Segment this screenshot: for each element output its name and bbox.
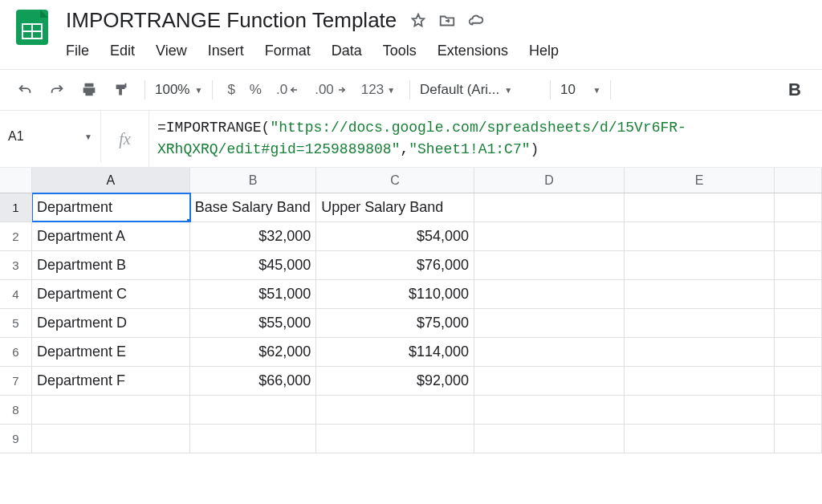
cell[interactable]: Department C xyxy=(32,280,190,308)
cell[interactable]: Department B xyxy=(32,251,190,279)
cell[interactable] xyxy=(775,425,822,453)
cell[interactable]: $114,000 xyxy=(316,338,474,366)
cell[interactable]: $76,000 xyxy=(316,251,474,279)
column-header[interactable]: E xyxy=(625,168,775,193)
spreadsheet-grid[interactable]: 1 2 3 4 5 6 7 8 9 A B C D E DepartmentBa… xyxy=(0,168,822,453)
doc-title[interactable]: IMPORTRANGE Function Template xyxy=(64,6,398,35)
cell[interactable]: $110,000 xyxy=(316,280,474,308)
menu-data[interactable]: Data xyxy=(330,39,364,63)
row-header[interactable]: 1 xyxy=(0,193,32,222)
format-currency-button[interactable]: $ xyxy=(222,79,239,101)
row-header[interactable]: 2 xyxy=(0,222,32,251)
star-icon[interactable] xyxy=(409,12,427,30)
cell[interactable]: Department D xyxy=(32,309,190,337)
name-box[interactable]: A1▼ xyxy=(0,111,101,162)
cell[interactable] xyxy=(625,193,775,222)
row-header[interactable]: 8 xyxy=(0,396,32,425)
cell[interactable] xyxy=(775,251,822,279)
toolbar: 100%▼ $ % .0 .00 123▼ Default (Ari...▼ 1… xyxy=(0,70,822,110)
cell[interactable] xyxy=(474,367,625,395)
row-header[interactable]: 5 xyxy=(0,309,32,338)
menu-help[interactable]: Help xyxy=(527,39,560,63)
font-size-select[interactable]: 10 ▼ xyxy=(560,82,600,98)
cell[interactable] xyxy=(775,396,822,424)
menu-view[interactable]: View xyxy=(154,39,189,63)
font-family-select[interactable]: Default (Ari...▼ xyxy=(420,82,540,98)
column-header[interactable]: C xyxy=(316,168,474,193)
cell[interactable] xyxy=(625,309,775,337)
more-formats-button[interactable]: 123▼ xyxy=(356,79,400,101)
cell[interactable] xyxy=(190,396,316,424)
row-header[interactable]: 3 xyxy=(0,251,32,280)
cell[interactable] xyxy=(625,251,775,279)
cell[interactable]: Upper Salary Band xyxy=(316,193,474,222)
row-header[interactable]: 4 xyxy=(0,280,32,309)
menu-file[interactable]: File xyxy=(64,39,91,63)
cell[interactable]: Department xyxy=(32,193,190,222)
row-header[interactable]: 7 xyxy=(0,367,32,396)
cell[interactable] xyxy=(474,338,625,366)
select-all-corner[interactable] xyxy=(0,168,32,193)
cell[interactable]: Department A xyxy=(32,222,190,250)
cell[interactable] xyxy=(625,367,775,395)
row-header[interactable]: 9 xyxy=(0,425,32,453)
cell[interactable] xyxy=(32,425,190,453)
menu-insert[interactable]: Insert xyxy=(206,39,246,63)
menu-extensions[interactable]: Extensions xyxy=(436,39,510,63)
cell[interactable]: $54,000 xyxy=(316,222,474,250)
move-to-folder-icon[interactable] xyxy=(438,12,456,30)
cell[interactable] xyxy=(474,425,625,453)
cell[interactable]: $51,000 xyxy=(190,280,316,308)
cloud-status-icon[interactable] xyxy=(467,12,485,30)
print-button[interactable] xyxy=(75,78,103,102)
cell[interactable] xyxy=(775,222,822,250)
cell[interactable]: $62,000 xyxy=(190,338,316,366)
undo-button[interactable] xyxy=(11,78,39,102)
cell[interactable] xyxy=(775,193,822,222)
cell[interactable] xyxy=(474,222,625,250)
menu-tools[interactable]: Tools xyxy=(381,39,418,63)
column-header[interactable]: A xyxy=(32,168,190,193)
redo-button[interactable] xyxy=(43,78,71,102)
cell[interactable] xyxy=(474,280,625,308)
cell[interactable] xyxy=(625,425,775,453)
cell[interactable] xyxy=(316,425,474,453)
column-header[interactable]: D xyxy=(474,168,625,193)
cell[interactable] xyxy=(625,338,775,366)
cell[interactable]: $32,000 xyxy=(190,222,316,250)
cell[interactable] xyxy=(316,396,474,424)
cell[interactable] xyxy=(474,251,625,279)
cell[interactable]: Department F xyxy=(32,367,190,395)
paint-format-button[interactable] xyxy=(108,78,135,102)
column-header[interactable]: B xyxy=(190,168,316,193)
cell[interactable]: $66,000 xyxy=(190,367,316,395)
format-percent-button[interactable]: % xyxy=(245,79,267,101)
cell[interactable] xyxy=(775,280,822,308)
formula-bar[interactable]: =IMPORTRANGE("https://docs.google.com/sp… xyxy=(149,111,822,167)
cell[interactable]: Department E xyxy=(32,338,190,366)
menu-edit[interactable]: Edit xyxy=(108,39,136,63)
cell[interactable] xyxy=(625,396,775,424)
column-header[interactable] xyxy=(775,168,822,193)
cell[interactable]: $92,000 xyxy=(316,367,474,395)
cell[interactable] xyxy=(474,309,625,337)
cell[interactable] xyxy=(474,193,625,222)
cell[interactable]: $75,000 xyxy=(316,309,474,337)
decrease-decimal-button[interactable]: .0 xyxy=(271,79,305,101)
cell[interactable] xyxy=(775,367,822,395)
cell[interactable] xyxy=(32,396,190,424)
cell[interactable] xyxy=(775,309,822,337)
increase-decimal-button[interactable]: .00 xyxy=(310,79,352,101)
bold-button[interactable]: B xyxy=(788,79,811,100)
cell[interactable]: $45,000 xyxy=(190,251,316,279)
cell[interactable] xyxy=(775,338,822,366)
cell[interactable] xyxy=(625,280,775,308)
zoom-select[interactable]: 100%▼ xyxy=(155,82,202,98)
cell[interactable]: $55,000 xyxy=(190,309,316,337)
cell[interactable] xyxy=(625,222,775,250)
menu-format[interactable]: Format xyxy=(263,39,312,63)
cell[interactable] xyxy=(190,425,316,453)
row-header[interactable]: 6 xyxy=(0,338,32,367)
cell[interactable]: Base Salary Band xyxy=(190,193,316,222)
cell[interactable] xyxy=(474,396,625,424)
